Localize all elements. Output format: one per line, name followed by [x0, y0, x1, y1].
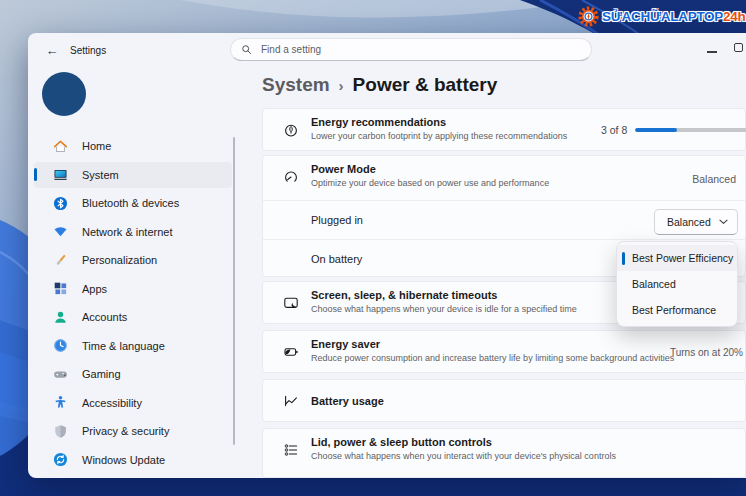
chart-line-icon — [283, 393, 299, 409]
dropdown-option-label: Best Power Efficiency — [632, 252, 733, 264]
home-icon — [53, 139, 68, 154]
row-subtitle: Optimize your device based on power use … — [311, 178, 549, 188]
leaf-circle-icon — [283, 122, 299, 138]
sidebar-item-label: System — [82, 169, 119, 181]
chevron-down-icon — [719, 219, 728, 225]
dropdown-option-best-power-efficiency[interactable]: Best Power Efficiency — [617, 245, 737, 271]
search-input[interactable]: Find a setting — [230, 38, 592, 61]
watermark-text: SỬACHỮALAPTOP24h.com — [602, 9, 746, 24]
maximize-button[interactable] — [734, 43, 743, 52]
desktop: SỬACHỮALAPTOP24h.com ← Settings Find a s… — [0, 0, 746, 496]
back-icon: ← — [46, 43, 59, 58]
sidebar-item-label: Gaming — [82, 368, 121, 380]
sidebar-item-label: Bluetooth & devices — [82, 197, 179, 209]
sidebar-item-label: Apps — [82, 283, 107, 295]
page-title: Power & battery — [353, 74, 498, 96]
system-icon — [53, 167, 68, 182]
back-button[interactable]: ← — [42, 40, 62, 60]
search-placeholder: Find a setting — [261, 44, 321, 55]
accounts-icon — [53, 310, 68, 325]
sidebar-item-home[interactable]: Home — [34, 133, 232, 159]
breadcrumb-parent[interactable]: System — [262, 74, 330, 96]
screen-moon-icon — [283, 295, 299, 311]
selected-indicator — [34, 168, 37, 181]
gauge-icon — [283, 169, 299, 185]
accessibility-icon — [53, 395, 68, 410]
on-battery-label: On battery — [311, 253, 362, 265]
sidebar-item-time-language[interactable]: Time & language — [34, 333, 232, 359]
sidebar-item-bluetooth-devices[interactable]: Bluetooth & devices — [34, 190, 232, 216]
dropdown-option-best-performance[interactable]: Best Performance — [617, 297, 737, 323]
plugged-in-dropdown[interactable]: Balanced — [654, 209, 738, 235]
row-title: Energy saver — [311, 338, 674, 350]
sidebar-item-accounts[interactable]: Accounts — [34, 304, 232, 330]
sidebar-item-label: Accounts — [82, 311, 127, 323]
settings-window: ← Settings Find a setting Home System — [28, 33, 746, 478]
list-controls-icon — [283, 442, 299, 458]
energy-recommendations-row[interactable]: Energy recommendations Lower your carbon… — [262, 108, 746, 151]
plugged-in-label: Plugged in — [311, 214, 363, 226]
sidebar-item-privacy-security[interactable]: Privacy & security — [34, 418, 232, 444]
time-language-icon — [53, 338, 68, 353]
sidebar-item-label: Network & internet — [82, 226, 172, 238]
plugged-in-dropdown-value: Balanced — [667, 216, 711, 228]
energy-saver-value: Turns on at 20% — [670, 347, 743, 358]
network-icon — [53, 224, 68, 239]
energy-saver-row[interactable]: Energy saver Reduce power consumption an… — [262, 330, 746, 373]
sidebar-item-label: Personalization — [82, 254, 157, 266]
sidebar-scrollbar[interactable] — [233, 137, 235, 445]
avatar — [42, 72, 86, 116]
row-subtitle: Reduce power consumption and increase ba… — [311, 353, 674, 363]
sidebar-item-label: Home — [82, 140, 111, 152]
dropdown-option-balanced[interactable]: Balanced — [617, 271, 737, 297]
personalization-icon — [53, 253, 68, 268]
row-subtitle: Lower your carbon footprint by applying … — [311, 131, 567, 141]
bluetooth-icon — [53, 196, 68, 211]
dropdown-option-label: Balanced — [632, 278, 676, 290]
battery-leaf-icon — [283, 344, 299, 360]
row-subtitle: Choose what happens when you interact wi… — [311, 451, 616, 461]
breadcrumb: System › Power & battery — [262, 74, 497, 96]
energy-progress-fill — [635, 128, 677, 132]
privacy-icon — [53, 424, 68, 439]
sidebar-item-accessibility[interactable]: Accessibility — [34, 390, 232, 416]
sidebar-nav: Home System Bluetooth & devices Network … — [34, 133, 232, 475]
sidebar-item-label: Accessibility — [82, 397, 142, 409]
sidebar-item-system[interactable]: System — [34, 162, 232, 188]
window-title: Settings — [70, 45, 106, 56]
sidebar-item-label: Windows Update — [82, 454, 165, 466]
row-title: Power Mode — [311, 163, 549, 175]
sidebar-item-label: Time & language — [82, 340, 165, 352]
sidebar-item-network-internet[interactable]: Network & internet — [34, 219, 232, 245]
dropdown-option-label: Best Performance — [632, 304, 716, 316]
apps-icon — [53, 281, 68, 296]
row-title: Screen, sleep, & hibernate timeouts — [311, 289, 577, 301]
minimize-button[interactable] — [707, 51, 717, 53]
sidebar-item-windows-update[interactable]: Windows Update — [34, 447, 232, 473]
watermark-text-blue: SỬACHỮALAPTOP — [602, 9, 723, 24]
sidebar-item-label: Privacy & security — [82, 425, 169, 437]
selected-indicator — [622, 252, 625, 265]
energy-progress-bar — [635, 128, 746, 132]
power-mode-dropdown-menu: Best Power Efficiency Balanced Best Perf… — [616, 241, 738, 327]
gaming-icon — [53, 367, 68, 382]
windows-update-icon — [53, 452, 68, 467]
watermark: SỬACHỮALAPTOP24h.com — [578, 6, 746, 27]
sidebar-item-apps[interactable]: Apps — [34, 276, 232, 302]
battery-usage-row[interactable]: Battery usage — [262, 379, 746, 422]
power-mode-value: Balanced — [692, 173, 736, 185]
row-title: Lid, power & sleep button controls — [311, 436, 616, 448]
row-title: Energy recommendations — [311, 116, 567, 128]
power-mode-row[interactable]: Power Mode Optimize your device based on… — [263, 156, 745, 200]
sidebar-item-personalization[interactable]: Personalization — [34, 247, 232, 273]
search-icon — [240, 43, 253, 56]
watermark-text-orange: 24h.com — [723, 9, 746, 24]
plugged-in-row: Plugged in Balanced — [263, 200, 745, 239]
sidebar-item-gaming[interactable]: Gaming — [34, 361, 232, 387]
row-subtitle: Choose what happens when your device is … — [311, 304, 577, 314]
lid-controls-row[interactable]: Lid, power & sleep button controls Choos… — [262, 428, 746, 478]
breadcrumb-separator-icon: › — [339, 76, 344, 94]
row-title: Battery usage — [311, 395, 384, 407]
watermark-gear-icon — [578, 6, 599, 27]
progress-label: 3 of 8 — [601, 124, 627, 136]
